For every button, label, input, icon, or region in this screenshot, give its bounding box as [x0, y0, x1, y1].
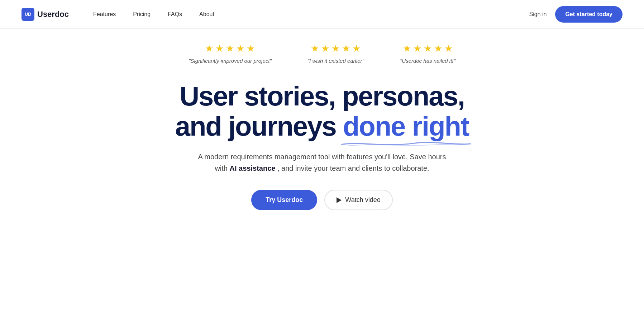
main-content: ★ ★ ★ ★ ★ "Significantly improved our pr… [0, 29, 644, 232]
nav-link-about[interactable]: About [192, 8, 221, 20]
review-text-3: "Userdoc has nailed it!" [400, 58, 455, 64]
cta-row: Try Userdoc Watch video [125, 190, 519, 210]
watch-video-button[interactable]: Watch video [324, 190, 392, 210]
logo-text: Userdoc [37, 10, 69, 19]
star: ★ [236, 43, 244, 54]
navbar-right: Sign in Get started today [529, 6, 622, 23]
star: ★ [352, 43, 361, 54]
review-item-2: ★ ★ ★ ★ ★ "I wish it existed earlier" [307, 43, 364, 64]
hero-section: User stories, personas, and journeys don… [125, 81, 519, 210]
review-text-1: "Significantly improved our project" [189, 58, 272, 64]
headline-highlighted: done right [343, 111, 469, 141]
star: ★ [247, 43, 255, 54]
underline-decoration [339, 140, 473, 147]
stars-2: ★ ★ ★ ★ ★ [311, 43, 361, 54]
nav-link-features[interactable]: Features [86, 8, 123, 20]
star: ★ [215, 43, 224, 54]
star: ★ [226, 43, 234, 54]
star: ★ [434, 43, 442, 54]
logo-icon: UD [22, 8, 34, 21]
star: ★ [205, 43, 213, 54]
navbar: UD Userdoc Features Pricing FAQs About S… [0, 0, 644, 29]
watch-video-label: Watch video [345, 196, 380, 204]
nav-links: Features Pricing FAQs About [86, 8, 221, 20]
hero-description: A modern requirements management tool wi… [193, 151, 451, 174]
play-icon [337, 197, 342, 203]
star: ★ [413, 43, 421, 54]
hero-description-bold: AI assistance [230, 164, 276, 172]
star: ★ [444, 43, 453, 54]
star: ★ [331, 43, 340, 54]
navbar-left: UD Userdoc Features Pricing FAQs About [22, 8, 221, 21]
nav-link-pricing[interactable]: Pricing [126, 8, 158, 20]
hero-headline: User stories, personas, and journeys don… [125, 81, 519, 141]
try-userdoc-button[interactable]: Try Userdoc [251, 190, 317, 210]
sign-in-button[interactable]: Sign in [529, 11, 547, 18]
review-item-1: ★ ★ ★ ★ ★ "Significantly improved our pr… [189, 43, 272, 64]
star: ★ [424, 43, 432, 54]
stars-1: ★ ★ ★ ★ ★ [205, 43, 255, 54]
nav-link-faqs[interactable]: FAQs [161, 8, 189, 20]
get-started-button[interactable]: Get started today [555, 6, 622, 23]
stars-3: ★ ★ ★ ★ ★ [403, 43, 453, 54]
reviews-row: ★ ★ ★ ★ ★ "Significantly improved our pr… [125, 43, 519, 64]
star: ★ [321, 43, 329, 54]
review-item-3: ★ ★ ★ ★ ★ "Userdoc has nailed it!" [400, 43, 455, 64]
star: ★ [342, 43, 350, 54]
review-text-2: "I wish it existed earlier" [307, 58, 364, 64]
headline-line1: User stories, personas, [125, 81, 519, 111]
headline-line2: and journeys done right [125, 111, 519, 141]
star: ★ [403, 43, 411, 54]
logo[interactable]: UD Userdoc [22, 8, 69, 21]
headline-line2-prefix: and journeys [175, 111, 343, 141]
star: ★ [311, 43, 319, 54]
